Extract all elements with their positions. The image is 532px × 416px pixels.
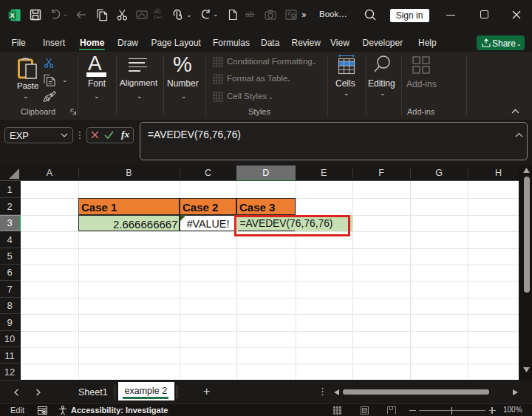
svg-text:X: X xyxy=(10,11,16,19)
